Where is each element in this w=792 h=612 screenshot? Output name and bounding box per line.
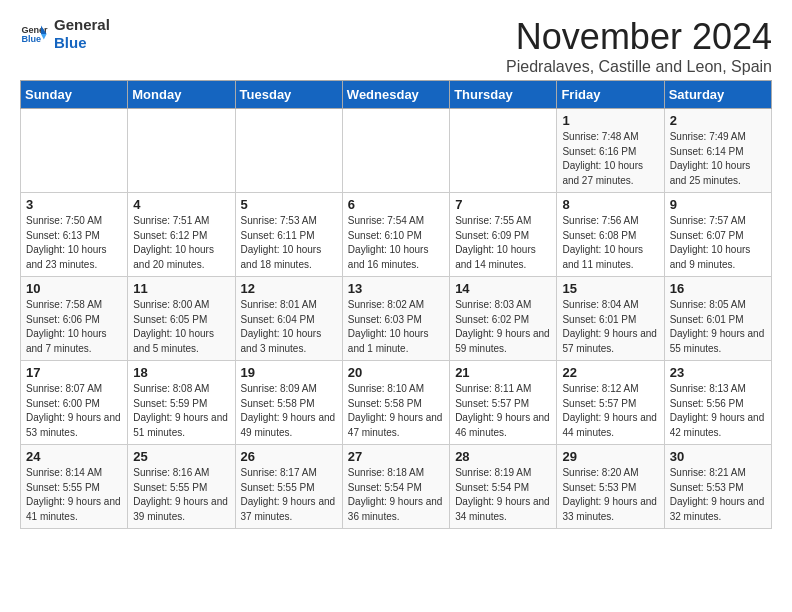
calendar-cell-4-5: 29Sunrise: 8:20 AM Sunset: 5:53 PM Dayli… <box>557 445 664 529</box>
day-number: 6 <box>348 197 444 212</box>
calendar-cell-1-6: 9Sunrise: 7:57 AM Sunset: 6:07 PM Daylig… <box>664 193 771 277</box>
calendar-cell-1-5: 8Sunrise: 7:56 AM Sunset: 6:08 PM Daylig… <box>557 193 664 277</box>
calendar-table: SundayMondayTuesdayWednesdayThursdayFrid… <box>20 80 772 529</box>
calendar-cell-4-6: 30Sunrise: 8:21 AM Sunset: 5:53 PM Dayli… <box>664 445 771 529</box>
cell-content: Sunrise: 8:13 AM Sunset: 5:56 PM Dayligh… <box>670 382 766 440</box>
cell-content: Sunrise: 8:11 AM Sunset: 5:57 PM Dayligh… <box>455 382 551 440</box>
header-saturday: Saturday <box>664 81 771 109</box>
week-row-1: 1Sunrise: 7:48 AM Sunset: 6:16 PM Daylig… <box>21 109 772 193</box>
cell-content: Sunrise: 8:17 AM Sunset: 5:55 PM Dayligh… <box>241 466 337 524</box>
calendar-cell-3-0: 17Sunrise: 8:07 AM Sunset: 6:00 PM Dayli… <box>21 361 128 445</box>
calendar-header: SundayMondayTuesdayWednesdayThursdayFrid… <box>21 81 772 109</box>
calendar-cell-4-0: 24Sunrise: 8:14 AM Sunset: 5:55 PM Dayli… <box>21 445 128 529</box>
header: General Blue General Blue November 2024 … <box>20 16 772 76</box>
day-number: 28 <box>455 449 551 464</box>
cell-content: Sunrise: 7:53 AM Sunset: 6:11 PM Dayligh… <box>241 214 337 272</box>
calendar-cell-2-3: 13Sunrise: 8:02 AM Sunset: 6:03 PM Dayli… <box>342 277 449 361</box>
title-area: November 2024 Piedralaves, Castille and … <box>506 16 772 76</box>
calendar-cell-2-1: 11Sunrise: 8:00 AM Sunset: 6:05 PM Dayli… <box>128 277 235 361</box>
calendar-cell-1-2: 5Sunrise: 7:53 AM Sunset: 6:11 PM Daylig… <box>235 193 342 277</box>
calendar-cell-0-5: 1Sunrise: 7:48 AM Sunset: 6:16 PM Daylig… <box>557 109 664 193</box>
cell-content: Sunrise: 8:04 AM Sunset: 6:01 PM Dayligh… <box>562 298 658 356</box>
day-number: 4 <box>133 197 229 212</box>
cell-content: Sunrise: 7:58 AM Sunset: 6:06 PM Dayligh… <box>26 298 122 356</box>
calendar-body: 1Sunrise: 7:48 AM Sunset: 6:16 PM Daylig… <box>21 109 772 529</box>
cell-content: Sunrise: 8:20 AM Sunset: 5:53 PM Dayligh… <box>562 466 658 524</box>
svg-marker-3 <box>41 34 47 40</box>
calendar-cell-0-6: 2Sunrise: 7:49 AM Sunset: 6:14 PM Daylig… <box>664 109 771 193</box>
logo: General Blue General Blue <box>20 16 110 52</box>
cell-content: Sunrise: 7:55 AM Sunset: 6:09 PM Dayligh… <box>455 214 551 272</box>
day-number: 2 <box>670 113 766 128</box>
cell-content: Sunrise: 7:48 AM Sunset: 6:16 PM Dayligh… <box>562 130 658 188</box>
cell-content: Sunrise: 8:00 AM Sunset: 6:05 PM Dayligh… <box>133 298 229 356</box>
cell-content: Sunrise: 8:09 AM Sunset: 5:58 PM Dayligh… <box>241 382 337 440</box>
calendar-cell-3-2: 19Sunrise: 8:09 AM Sunset: 5:58 PM Dayli… <box>235 361 342 445</box>
week-row-5: 24Sunrise: 8:14 AM Sunset: 5:55 PM Dayli… <box>21 445 772 529</box>
calendar-cell-3-6: 23Sunrise: 8:13 AM Sunset: 5:56 PM Dayli… <box>664 361 771 445</box>
calendar-cell-2-2: 12Sunrise: 8:01 AM Sunset: 6:04 PM Dayli… <box>235 277 342 361</box>
calendar-cell-3-1: 18Sunrise: 8:08 AM Sunset: 5:59 PM Dayli… <box>128 361 235 445</box>
cell-content: Sunrise: 8:01 AM Sunset: 6:04 PM Dayligh… <box>241 298 337 356</box>
cell-content: Sunrise: 7:50 AM Sunset: 6:13 PM Dayligh… <box>26 214 122 272</box>
day-number: 24 <box>26 449 122 464</box>
calendar-cell-0-2 <box>235 109 342 193</box>
cell-content: Sunrise: 8:18 AM Sunset: 5:54 PM Dayligh… <box>348 466 444 524</box>
day-number: 30 <box>670 449 766 464</box>
day-number: 12 <box>241 281 337 296</box>
day-number: 27 <box>348 449 444 464</box>
cell-content: Sunrise: 8:19 AM Sunset: 5:54 PM Dayligh… <box>455 466 551 524</box>
day-number: 3 <box>26 197 122 212</box>
header-sunday: Sunday <box>21 81 128 109</box>
week-row-3: 10Sunrise: 7:58 AM Sunset: 6:06 PM Dayli… <box>21 277 772 361</box>
day-number: 5 <box>241 197 337 212</box>
calendar-cell-1-0: 3Sunrise: 7:50 AM Sunset: 6:13 PM Daylig… <box>21 193 128 277</box>
day-number: 17 <box>26 365 122 380</box>
day-number: 18 <box>133 365 229 380</box>
day-number: 8 <box>562 197 658 212</box>
subtitle: Piedralaves, Castille and Leon, Spain <box>506 58 772 76</box>
cell-content: Sunrise: 7:51 AM Sunset: 6:12 PM Dayligh… <box>133 214 229 272</box>
day-number: 10 <box>26 281 122 296</box>
cell-content: Sunrise: 8:03 AM Sunset: 6:02 PM Dayligh… <box>455 298 551 356</box>
day-number: 11 <box>133 281 229 296</box>
day-number: 26 <box>241 449 337 464</box>
cell-content: Sunrise: 8:16 AM Sunset: 5:55 PM Dayligh… <box>133 466 229 524</box>
header-friday: Friday <box>557 81 664 109</box>
day-number: 22 <box>562 365 658 380</box>
cell-content: Sunrise: 8:21 AM Sunset: 5:53 PM Dayligh… <box>670 466 766 524</box>
cell-content: Sunrise: 7:54 AM Sunset: 6:10 PM Dayligh… <box>348 214 444 272</box>
calendar-cell-0-0 <box>21 109 128 193</box>
calendar-cell-4-3: 27Sunrise: 8:18 AM Sunset: 5:54 PM Dayli… <box>342 445 449 529</box>
day-number: 9 <box>670 197 766 212</box>
day-number: 23 <box>670 365 766 380</box>
day-number: 21 <box>455 365 551 380</box>
header-tuesday: Tuesday <box>235 81 342 109</box>
header-monday: Monday <box>128 81 235 109</box>
logo-icon: General Blue <box>20 20 48 48</box>
calendar-cell-1-4: 7Sunrise: 7:55 AM Sunset: 6:09 PM Daylig… <box>450 193 557 277</box>
calendar-cell-4-1: 25Sunrise: 8:16 AM Sunset: 5:55 PM Dayli… <box>128 445 235 529</box>
logo-text-general: General <box>54 16 110 34</box>
calendar-cell-1-1: 4Sunrise: 7:51 AM Sunset: 6:12 PM Daylig… <box>128 193 235 277</box>
calendar-cell-4-2: 26Sunrise: 8:17 AM Sunset: 5:55 PM Dayli… <box>235 445 342 529</box>
day-number: 13 <box>348 281 444 296</box>
header-row: SundayMondayTuesdayWednesdayThursdayFrid… <box>21 81 772 109</box>
cell-content: Sunrise: 8:07 AM Sunset: 6:00 PM Dayligh… <box>26 382 122 440</box>
logo-text-blue: Blue <box>54 34 110 52</box>
cell-content: Sunrise: 8:14 AM Sunset: 5:55 PM Dayligh… <box>26 466 122 524</box>
cell-content: Sunrise: 8:08 AM Sunset: 5:59 PM Dayligh… <box>133 382 229 440</box>
month-title: November 2024 <box>506 16 772 58</box>
day-number: 1 <box>562 113 658 128</box>
calendar-cell-3-3: 20Sunrise: 8:10 AM Sunset: 5:58 PM Dayli… <box>342 361 449 445</box>
svg-text:Blue: Blue <box>21 34 41 44</box>
header-wednesday: Wednesday <box>342 81 449 109</box>
calendar-cell-2-0: 10Sunrise: 7:58 AM Sunset: 6:06 PM Dayli… <box>21 277 128 361</box>
cell-content: Sunrise: 8:10 AM Sunset: 5:58 PM Dayligh… <box>348 382 444 440</box>
day-number: 25 <box>133 449 229 464</box>
calendar-cell-2-5: 15Sunrise: 8:04 AM Sunset: 6:01 PM Dayli… <box>557 277 664 361</box>
cell-content: Sunrise: 7:49 AM Sunset: 6:14 PM Dayligh… <box>670 130 766 188</box>
calendar-cell-1-3: 6Sunrise: 7:54 AM Sunset: 6:10 PM Daylig… <box>342 193 449 277</box>
week-row-4: 17Sunrise: 8:07 AM Sunset: 6:00 PM Dayli… <box>21 361 772 445</box>
cell-content: Sunrise: 8:12 AM Sunset: 5:57 PM Dayligh… <box>562 382 658 440</box>
